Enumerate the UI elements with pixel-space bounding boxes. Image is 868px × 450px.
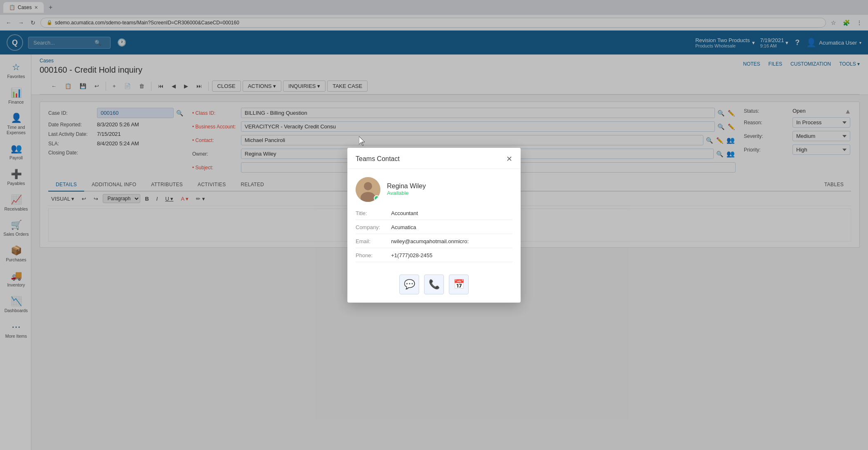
calendar-button[interactable]: 📅 xyxy=(449,275,469,294)
modal-header: Teams Contact ✕ xyxy=(347,148,521,169)
contact-avatar xyxy=(356,177,380,202)
teams-modal: Teams Contact ✕ Regina Wiley xyxy=(347,148,521,303)
contact-status: Available xyxy=(387,190,426,196)
title-value: Accountant xyxy=(391,210,418,216)
contact-details: Title: Accountant Company: Acumatica Ema… xyxy=(356,210,512,262)
modal-title: Teams Contact xyxy=(356,155,400,163)
phone-icon: 📞 xyxy=(429,279,440,290)
chat-button[interactable]: 💬 xyxy=(399,275,419,294)
call-button[interactable]: 📞 xyxy=(424,275,444,294)
mouse-cursor xyxy=(359,136,367,144)
company-value: Acumatica xyxy=(391,224,416,230)
status-dot xyxy=(374,195,380,201)
email-label: Email: xyxy=(356,238,384,244)
company-label: Company: xyxy=(356,224,384,230)
contact-profile: Regina Wiley Available xyxy=(356,177,512,202)
email-value: rwiley@acumqahotmail.onmicro: xyxy=(391,238,469,244)
title-label: Title: xyxy=(356,210,384,216)
modal-close-button[interactable]: ✕ xyxy=(506,154,512,163)
company-row: Company: Acumatica xyxy=(356,224,512,234)
cursor-svg xyxy=(359,136,367,146)
title-row: Title: Accountant xyxy=(356,210,512,220)
phone-label: Phone: xyxy=(356,252,384,258)
svg-point-1 xyxy=(364,182,372,190)
modal-actions: 💬 📞 📅 xyxy=(356,270,512,294)
modal-overlay[interactable]: Teams Contact ✕ Regina Wiley xyxy=(0,0,868,450)
phone-value: +1(777)028-2455 xyxy=(391,252,432,258)
email-row: Email: rwiley@acumqahotmail.onmicro: xyxy=(356,238,512,248)
contact-name: Regina Wiley xyxy=(387,182,426,190)
phone-row: Phone: +1(777)028-2455 xyxy=(356,252,512,262)
modal-body: Regina Wiley Available Title: Accountant… xyxy=(347,169,521,303)
contact-info: Regina Wiley Available xyxy=(387,182,426,196)
chat-icon: 💬 xyxy=(404,279,415,290)
calendar-icon: 📅 xyxy=(453,279,465,290)
